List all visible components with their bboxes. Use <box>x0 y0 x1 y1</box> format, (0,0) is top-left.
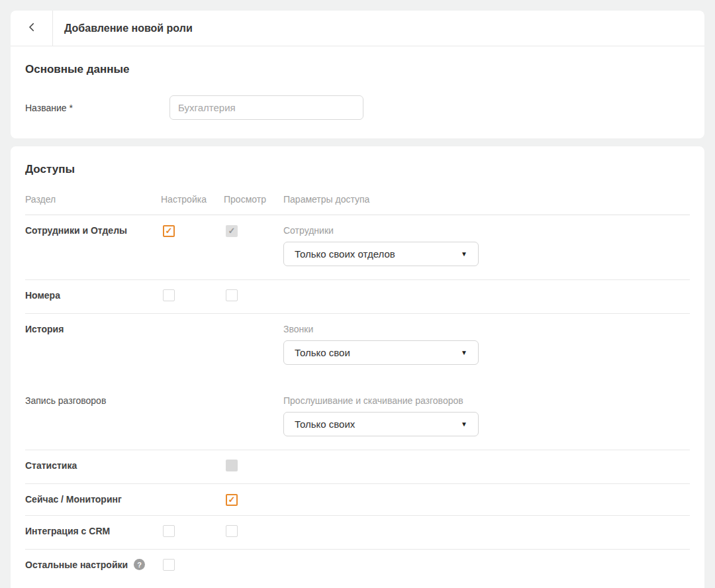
param-select-value: Только своих <box>295 418 355 430</box>
name-label: Название * <box>25 103 169 113</box>
column-header-section: Раздел <box>25 194 161 205</box>
column-header-view: Просмотр <box>224 194 283 205</box>
view-checkbox <box>226 460 238 471</box>
help-icon[interactable] <box>134 559 145 570</box>
config-checkbox[interactable] <box>163 225 175 237</box>
row-label: Номера <box>25 289 60 301</box>
param-label: Сотрудники <box>283 224 690 236</box>
view-checkbox <box>226 225 238 237</box>
basic-data-section: Основные данные Название * <box>11 46 704 138</box>
column-header-config: Настройка <box>161 194 224 205</box>
name-form-row: Название * <box>25 95 690 120</box>
row-label: Сейчас / Мониторинг <box>25 493 122 505</box>
back-button[interactable] <box>11 11 53 46</box>
access-row-other-settings: Остальные настройки <box>25 550 690 583</box>
row-label: Остальные настройки <box>25 559 128 571</box>
row-label: Запись разговоров <box>25 395 106 407</box>
chevron-left-icon <box>26 21 38 36</box>
view-checkbox[interactable] <box>226 494 238 506</box>
param-label: Прослушивание и скачивание разговоров <box>283 395 690 407</box>
row-label: Интеграция с CRM <box>25 525 110 537</box>
access-row-numbers: Номера <box>25 280 690 314</box>
param-select-value: Только свои <box>295 347 350 358</box>
access-row-history: История Звонки Только свои <box>25 314 690 378</box>
access-row-employees: Сотрудники и Отделы Сотрудники Только св… <box>25 215 690 280</box>
access-row-crm-integration: Интеграция с CRM <box>25 516 690 550</box>
chevron-down-icon <box>461 250 467 258</box>
page-header: Добавление новой роли <box>11 11 704 46</box>
chevron-down-icon <box>461 420 467 428</box>
row-label: Сотрудники и Отделы <box>25 224 127 236</box>
param-select[interactable]: Только своих отделов <box>283 242 479 266</box>
param-select[interactable]: Только своих <box>283 412 479 436</box>
access-row-call-recording: Запись разговоров Прослушивание и скачив… <box>25 378 690 450</box>
view-checkbox[interactable] <box>226 289 238 301</box>
config-checkbox[interactable] <box>163 289 175 301</box>
access-table-header: Раздел Настройка Просмотр Параметры дост… <box>25 194 690 215</box>
column-header-params: Параметры доступа <box>283 194 690 205</box>
row-label: История <box>25 323 64 335</box>
page-title: Добавление новой роли <box>53 11 193 46</box>
view-checkbox[interactable] <box>226 525 238 537</box>
config-checkbox[interactable] <box>163 559 175 571</box>
access-row-monitoring: Сейчас / Мониторинг <box>25 484 690 516</box>
config-checkbox[interactable] <box>163 525 175 537</box>
access-row-statistics: Статистика <box>25 450 690 484</box>
param-select[interactable]: Только свои <box>283 340 479 365</box>
param-label: Звонки <box>283 323 690 335</box>
access-section: Доступы Раздел Настройка Просмотр Параме… <box>11 146 704 588</box>
row-label: Статистика <box>25 460 77 471</box>
param-select-value: Только своих отделов <box>295 248 395 260</box>
name-input[interactable] <box>169 95 363 120</box>
main-card: Добавление новой роли Основные данные На… <box>11 11 704 138</box>
access-section-title: Доступы <box>25 163 690 176</box>
access-card: Доступы Раздел Настройка Просмотр Параме… <box>11 146 704 588</box>
basic-section-title: Основные данные <box>25 63 690 76</box>
chevron-down-icon <box>461 349 467 356</box>
